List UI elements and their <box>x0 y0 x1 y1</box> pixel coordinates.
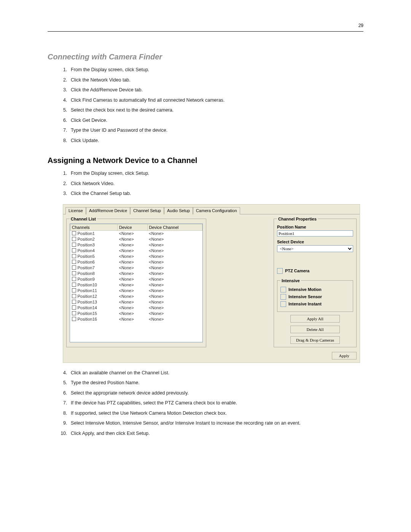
table-row[interactable]: Position8<None><None> <box>70 271 202 276</box>
apply-all-button[interactable]: Apply All <box>290 315 340 323</box>
cell: Position3 <box>70 242 118 248</box>
table-row[interactable]: Position2<None><None> <box>70 236 202 242</box>
row-checkbox[interactable] <box>72 277 76 281</box>
step-item: Select Intensive Motion, Intensive Senso… <box>68 420 363 427</box>
cell: Position1 <box>70 230 118 236</box>
cell: <None> <box>147 305 202 311</box>
cell: Position11 <box>70 288 118 294</box>
cell: <None> <box>117 236 147 242</box>
cell: <None> <box>117 259 147 265</box>
row-checkbox[interactable] <box>72 311 76 315</box>
cell: <None> <box>147 236 202 242</box>
cell: Position13 <box>70 299 118 305</box>
cell: <None> <box>117 271 147 276</box>
cell: <None> <box>117 299 147 305</box>
cell: <None> <box>117 294 147 299</box>
table-row[interactable]: Position6<None><None> <box>70 259 202 265</box>
row-checkbox[interactable] <box>72 305 76 310</box>
intensive-motion-checkbox[interactable] <box>280 287 286 292</box>
tab-bar: LicenseAdd/Remove DeviceChannel SetupAud… <box>63 204 360 214</box>
cell: Position2 <box>70 236 118 242</box>
row-checkbox[interactable] <box>72 317 76 321</box>
channel-list-legend: Channel List <box>70 217 97 221</box>
ptz-checkbox[interactable] <box>277 268 283 274</box>
table-row[interactable]: Position14<None><None> <box>70 305 202 311</box>
cell: Position6 <box>70 259 118 265</box>
cell: <None> <box>117 276 147 282</box>
steps-assign-pre: From the Display screen, click Setup.Cli… <box>48 170 363 197</box>
intensive-legend: Intensive <box>280 278 301 283</box>
table-row[interactable]: Position11<None><None> <box>70 288 202 294</box>
row-checkbox[interactable] <box>72 294 76 298</box>
delete-all-button[interactable]: Delete All <box>290 326 340 333</box>
cell: <None> <box>117 311 147 316</box>
cell: <None> <box>147 288 202 294</box>
step-item: Click Update. <box>68 137 363 144</box>
intensive-sensor-checkbox[interactable] <box>280 294 286 300</box>
intensive-box: Intensive Intensive Motion Intensive Sen… <box>277 278 353 312</box>
table-row[interactable]: Position16<None><None> <box>70 316 202 322</box>
step-item: Select the appropriate network device ad… <box>68 390 363 397</box>
cell: Position8 <box>70 271 118 276</box>
table-row[interactable]: Position12<None><None> <box>70 294 202 299</box>
step-item: Click an available channel on the Channe… <box>68 370 363 377</box>
table-row[interactable]: Position13<None><None> <box>70 299 202 305</box>
cell: <None> <box>147 294 202 299</box>
table-row[interactable]: Position5<None><None> <box>70 254 202 259</box>
row-checkbox[interactable] <box>72 288 76 292</box>
table-row[interactable]: Position15<None><None> <box>70 311 202 316</box>
cell: Position5 <box>70 254 118 259</box>
table-row[interactable]: Position10<None><None> <box>70 282 202 288</box>
cell: <None> <box>117 265 147 271</box>
tab-add-remove-device[interactable]: Add/Remove Device <box>86 207 130 214</box>
drag-drop-button[interactable]: Drag & Drop Cameras <box>290 336 340 344</box>
row-checkbox[interactable] <box>72 260 76 264</box>
tab-channel-setup[interactable]: Channel Setup <box>130 207 164 214</box>
intensive-sensor-label: Intensive Sensor <box>288 294 322 299</box>
steps-assign-post: Click an available channel on the Channe… <box>48 370 363 437</box>
cell: <None> <box>117 254 147 259</box>
cell: Position9 <box>70 276 118 282</box>
ptz-label: PTZ Camera <box>285 268 309 273</box>
table-row[interactable]: Position4<None><None> <box>70 248 202 254</box>
select-device-dropdown[interactable]: <None> <box>277 245 353 252</box>
steps-camera-finder: From the Display screen, click Setup.Cli… <box>48 67 363 144</box>
step-item: From the Display screen, click Setup. <box>68 170 363 177</box>
position-name-input[interactable] <box>277 230 353 236</box>
step-item: Click the Add/Remove Device tab. <box>68 87 363 94</box>
cell: <None> <box>117 282 147 288</box>
row-checkbox[interactable] <box>72 271 76 275</box>
table-row[interactable]: Position3<None><None> <box>70 242 202 248</box>
table-row[interactable]: Position7<None><None> <box>70 265 202 271</box>
cell: <None> <box>117 305 147 311</box>
cell: <None> <box>117 288 147 294</box>
column-header: Channels <box>70 224 118 230</box>
apply-button[interactable]: Apply <box>332 352 357 359</box>
heading-camera-finder: Connecting with Camera Finder <box>48 53 363 61</box>
cell: <None> <box>147 248 202 254</box>
table-row[interactable]: Position9<None><None> <box>70 276 202 282</box>
cell: <None> <box>117 316 147 322</box>
row-checkbox[interactable] <box>72 231 76 235</box>
tab-camera-configuration[interactable]: Camera Configuration <box>193 207 240 214</box>
row-checkbox[interactable] <box>72 300 76 304</box>
step-item: Click Get Device. <box>68 117 363 124</box>
step-item: Click Network Video. <box>68 181 363 187</box>
row-checkbox[interactable] <box>72 237 76 241</box>
step-item: If supported, select the Use Network Cam… <box>68 410 363 417</box>
intensive-instant-checkbox[interactable] <box>280 301 286 307</box>
table-row[interactable]: Position1<None><None> <box>70 230 202 236</box>
tab-audio-setup[interactable]: Audio Setup <box>164 207 193 214</box>
row-checkbox[interactable] <box>72 254 76 258</box>
row-checkbox[interactable] <box>72 243 76 247</box>
channel-setup-window: LicenseAdd/Remove DeviceChannel SetupAud… <box>63 204 360 363</box>
channel-table[interactable]: ChannelsDeviceDevice Channel Position1<N… <box>70 224 202 322</box>
intensive-instant-label: Intensive Instant <box>288 302 322 306</box>
row-checkbox[interactable] <box>72 283 76 287</box>
step-item: Type the desired Position Name. <box>68 380 363 387</box>
cell: <None> <box>117 230 147 236</box>
row-checkbox[interactable] <box>72 265 76 270</box>
step-item: From the Display screen, click Setup. <box>68 67 363 73</box>
row-checkbox[interactable] <box>72 248 76 252</box>
tab-license[interactable]: License <box>65 207 86 214</box>
